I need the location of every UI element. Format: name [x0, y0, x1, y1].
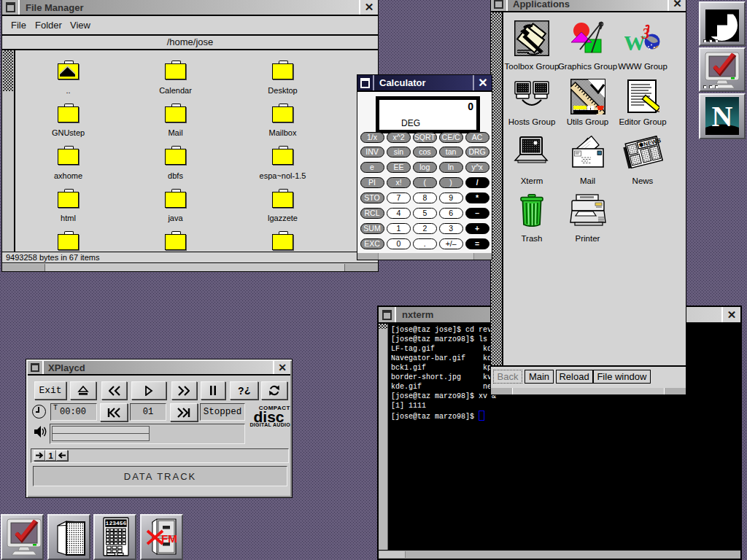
svg-text:N: N	[712, 100, 733, 133]
svg-text:123456: 123456	[106, 520, 127, 526]
svg-text:FM: FM	[161, 532, 177, 545]
